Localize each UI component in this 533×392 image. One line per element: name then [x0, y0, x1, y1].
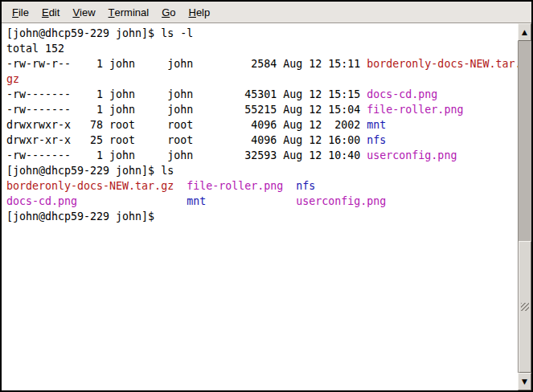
terminal-line: [john@dhcp59-229 john]$ ls -l: [6, 26, 518, 41]
menu-item-label: o: [170, 6, 175, 18]
filename-text: nfs: [296, 180, 315, 192]
up-arrow-icon: ▲: [522, 29, 527, 36]
terminal-line: -rw------- 1 john john 32593 Aug 12 10:4…: [6, 148, 518, 163]
terminal-line: [john@dhcp59-229 john]$: [6, 209, 518, 224]
filename-text: docs-cd.png: [367, 88, 437, 100]
menu-help[interactable]: Help: [182, 2, 217, 22]
terminal-output[interactable]: [john@dhcp59-229 john]$ ls -ltotal 152-r…: [2, 23, 518, 390]
scrollbar-thumb[interactable]: [519, 241, 531, 373]
terminal-line: drwxr-xr-x 25 root root 4096 Aug 12 16:0…: [6, 133, 518, 148]
terminal-text: -rw------- 1 john john 55215 Aug 12 15:0…: [6, 104, 367, 116]
menu-item-label: iew: [80, 6, 96, 18]
terminal-text: [77, 195, 187, 207]
menu-item-label: dit: [49, 6, 60, 18]
filename-text: borderonly-docs-NEW.tar.: [367, 58, 518, 70]
terminal-window: File Edit View Terminal Go Help [john@dh…: [0, 0, 533, 392]
scrollbar-trough[interactable]: [518, 41, 531, 373]
menu-item-label: ile: [18, 6, 29, 18]
terminal-text: [john@dhcp59-229 john]$: [6, 210, 161, 223]
menu-terminal[interactable]: Terminal: [102, 2, 156, 22]
terminal-text: -rw------- 1 john john 45301 Aug 12 15:1…: [6, 88, 367, 100]
terminal-line: drwxrwxr-x 78 root root 4096 Aug 12 2002…: [6, 117, 518, 133]
menu-item-label: H: [189, 6, 196, 18]
menu-item-label: F: [12, 6, 18, 18]
filename-text: docs-cd.png: [6, 195, 77, 207]
terminal-line: gz: [6, 71, 518, 87]
menu-bar: File Edit View Terminal Go Help: [2, 2, 531, 23]
terminal-lines: [john@dhcp59-229 john]$ ls -ltotal 152-r…: [6, 26, 518, 224]
filename-text: mnt: [187, 195, 206, 207]
terminal-text: [283, 180, 296, 192]
menu-item-label: E: [42, 6, 49, 18]
filename-text: userconfig.png: [296, 195, 386, 207]
terminal-line: -rw------- 1 john john 45301 Aug 12 15:1…: [6, 87, 518, 102]
filename-text: mnt: [367, 119, 386, 131]
menu-view[interactable]: View: [66, 2, 101, 22]
down-arrow-icon: ▼: [522, 378, 527, 386]
terminal-text: total 152: [6, 43, 64, 55]
menu-go[interactable]: Go: [155, 2, 182, 22]
filename-text: file-roller.png: [187, 180, 283, 192]
terminal-line: [john@dhcp59-229 john]$ ls: [6, 163, 518, 178]
menu-item-label: V: [72, 6, 80, 18]
filename-text: gz: [6, 73, 19, 85]
scroll-up-button[interactable]: ▲: [518, 23, 531, 41]
terminal-text: -rw------- 1 john john 32593 Aug 12 10:4…: [6, 149, 367, 161]
menu-file[interactable]: File: [6, 2, 35, 22]
menu-item-label: elp: [196, 6, 210, 18]
terminal-line: borderonly-docs-NEW.tar.gz file-roller.p…: [6, 178, 518, 194]
scrollbar-grip-icon: [521, 303, 529, 311]
terminal-line: total 152: [6, 41, 518, 56]
menu-item-label: T: [109, 6, 115, 18]
terminal-line: -rw------- 1 john john 55215 Aug 12 15:0…: [6, 102, 518, 117]
filename-text: nfs: [367, 134, 386, 146]
menu-item-label: G: [162, 6, 170, 18]
terminal-text: drwxrwxr-x 78 root root 4096 Aug 12 2002: [6, 119, 367, 131]
terminal-text: [206, 195, 296, 207]
terminal-line: -rw-rw-r-- 1 john john 2584 Aug 12 15:11…: [6, 56, 518, 71]
filename-text: userconfig.png: [367, 149, 457, 161]
scroll-down-button[interactable]: ▼: [518, 373, 531, 390]
terminal-text: drwxr-xr-x 25 root root 4096 Aug 12 16:0…: [6, 134, 367, 146]
filename-text: file-roller.png: [367, 104, 463, 116]
menu-edit[interactable]: Edit: [35, 2, 66, 22]
terminal-text: -rw-rw-r-- 1 john john 2584 Aug 12 15:11: [6, 58, 367, 70]
scrollbar[interactable]: ▲ ▼: [518, 23, 531, 390]
window-content: [john@dhcp59-229 john]$ ls -ltotal 152-r…: [2, 23, 531, 390]
terminal-line: docs-cd.png mnt userconfig.png: [6, 194, 518, 209]
terminal-text: [john@dhcp59-229 john]$ ls -l: [6, 27, 193, 39]
filename-text: borderonly-docs-NEW.tar.gz: [6, 180, 174, 192]
terminal-text: [174, 180, 187, 192]
menu-item-label: erminal: [115, 6, 150, 18]
terminal-text: [john@dhcp59-229 john]$ ls: [6, 165, 174, 177]
